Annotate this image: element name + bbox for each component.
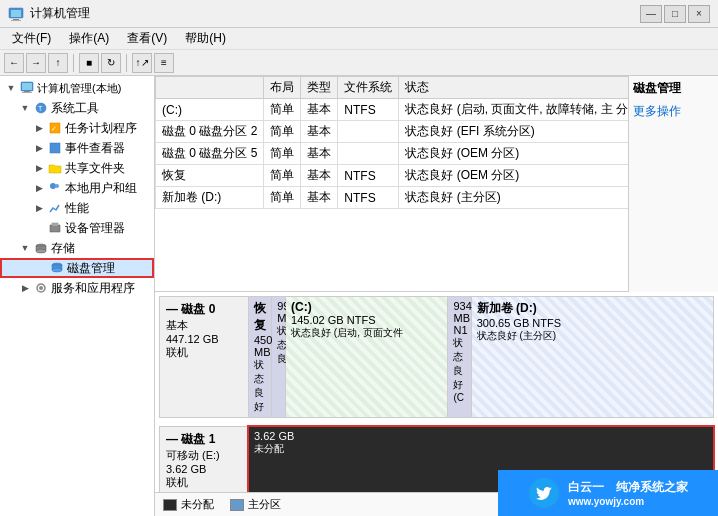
root-expand-icon: ▼	[4, 81, 18, 95]
storage-label: 存储	[51, 240, 75, 257]
task-expand: ▶	[32, 121, 46, 135]
table-cell: NTFS	[338, 165, 399, 187]
table-cell: 状态良好 (EFI 系统分区)	[399, 121, 628, 143]
toolbar-export[interactable]: ↑↗	[132, 53, 152, 73]
part-size: 3.62 GB	[254, 430, 708, 442]
table-cell: 基本	[301, 143, 338, 165]
sidebar-item-disk-management[interactable]: 磁盘管理	[0, 258, 154, 278]
sidebar: ▼ 计算机管理(本地) ▼ T 系统工具 ▶ ✓ 任务计划程序	[0, 76, 155, 516]
action-title: 磁盘管理	[633, 80, 714, 97]
disk-mgmt-label: 磁盘管理	[67, 260, 115, 277]
sidebar-item-services[interactable]: ▶ 服务和应用程序	[0, 278, 154, 298]
table-row[interactable]: 磁盘 0 磁盘分区 5简单基本状态良好 (OEM 分区)934 MB	[156, 143, 629, 165]
col-layout: 布局	[264, 77, 301, 99]
event-expand: ▶	[32, 141, 46, 155]
disk-label-1: — 磁盘 1 可移动 (E:) 3.62 GB 联机	[159, 426, 249, 492]
toolbar-stop[interactable]: ■	[79, 53, 99, 73]
svg-point-14	[55, 184, 59, 188]
sidebar-item-system-tools[interactable]: ▼ T 系统工具	[0, 98, 154, 118]
close-button[interactable]: ×	[688, 5, 710, 23]
table-cell: 基本	[301, 99, 338, 121]
shared-expand: ▶	[32, 161, 46, 175]
table-cell: 新加卷 (D:)	[156, 187, 264, 209]
system-tools-expand: ▼	[18, 101, 32, 115]
maximize-button[interactable]: □	[664, 5, 686, 23]
legend-unalloc-label: 未分配	[181, 497, 214, 512]
disk-status: 联机	[166, 345, 242, 360]
storage-icon	[34, 241, 48, 255]
toolbar-back[interactable]: ←	[4, 53, 24, 73]
legend-primary: 主分区	[230, 497, 281, 512]
sidebar-item-task-scheduler[interactable]: ▶ ✓ 任务计划程序	[0, 118, 154, 138]
toolbar-list[interactable]: ≡	[154, 53, 174, 73]
disk-name: — 磁盘 1	[166, 431, 242, 448]
menu-bar: 文件(F) 操作(A) 查看(V) 帮助(H)	[0, 28, 718, 50]
minimize-button[interactable]: —	[640, 5, 662, 23]
table-cell: 恢复	[156, 165, 264, 187]
table-row[interactable]: (C:)简单基本NTFS状态良好 (启动, 页面文件, 故障转储, 主 分区)1…	[156, 99, 629, 121]
disk-status: 联机	[166, 475, 242, 490]
menu-action[interactable]: 操作(A)	[61, 28, 117, 49]
action-panel: 磁盘管理 更多操作	[628, 76, 718, 292]
partition-0-1[interactable]: 99 ME 状态良	[272, 297, 286, 417]
part-status: 状态良好	[254, 358, 266, 414]
partition-0-3[interactable]: 934 MB N1 状态良好 (C	[448, 297, 471, 417]
part-status: 状态良好 (主分区)	[477, 329, 708, 343]
disk-row-0: — 磁盘 0 基本 447.12 GB 联机 恢复 450 MB 状态良好 99…	[159, 296, 714, 418]
svg-rect-1	[11, 10, 21, 17]
table-cell: 磁盘 0 磁盘分区 2	[156, 121, 264, 143]
right-panel: 布局 类型 文件系统 状态 容量 可用 (C:)简单基本NTFS状态良好 (启动…	[155, 76, 718, 516]
toolbar-up[interactable]: ↑	[48, 53, 68, 73]
table-cell: 简单	[264, 143, 301, 165]
app-icon	[8, 6, 24, 22]
sidebar-item-event-viewer[interactable]: ▶ 事件查看器	[0, 138, 154, 158]
part-status: 状态良好 (启动, 页面文件	[291, 326, 442, 340]
svg-rect-12	[50, 143, 60, 153]
part-status: 状态良好 (C	[453, 336, 465, 403]
disk-table: 布局 类型 文件系统 状态 容量 可用 (C:)简单基本NTFS状态良好 (启动…	[155, 76, 628, 209]
svg-rect-7	[22, 92, 32, 93]
disk-table-area[interactable]: 布局 类型 文件系统 状态 容量 可用 (C:)简单基本NTFS状态良好 (启动…	[155, 76, 628, 292]
table-cell: 基本	[301, 187, 338, 209]
disk-size: 3.62 GB	[166, 463, 242, 475]
svg-point-22	[52, 268, 62, 272]
sidebar-item-storage[interactable]: ▼ 存储	[0, 238, 154, 258]
disk-label-0: — 磁盘 0 基本 447.12 GB 联机	[159, 296, 249, 418]
sidebar-item-shared-folders[interactable]: ▶ 共享文件夹	[0, 158, 154, 178]
more-actions-link[interactable]: 更多操作	[633, 101, 714, 122]
menu-help[interactable]: 帮助(H)	[177, 28, 234, 49]
partition-0-0[interactable]: 恢复 450 MB 状态良好	[249, 297, 272, 417]
col-status: 状态	[399, 77, 628, 99]
main-layout: ▼ 计算机管理(本地) ▼ T 系统工具 ▶ ✓ 任务计划程序	[0, 76, 718, 516]
disk-type: 可移动 (E:)	[166, 448, 242, 463]
partition-0-4[interactable]: 新加卷 (D:) 300.65 GB NTFS 状态良好 (主分区)	[472, 297, 713, 417]
table-row[interactable]: 新加卷 (D:)简单基本NTFS状态良好 (主分区)300.65 GB233.4	[156, 187, 629, 209]
content-row: 布局 类型 文件系统 状态 容量 可用 (C:)简单基本NTFS状态良好 (启动…	[155, 76, 718, 292]
svg-text:T: T	[38, 105, 43, 112]
part-status: 未分配	[254, 442, 708, 456]
table-row[interactable]: 磁盘 0 磁盘分区 2简单基本状态良好 (EFI 系统分区)99 MB99 M	[156, 121, 629, 143]
sidebar-item-performance[interactable]: ▶ 性能	[0, 198, 154, 218]
performance-label: 性能	[65, 200, 89, 217]
tools-icon: T	[34, 101, 48, 115]
perf-expand: ▶	[32, 201, 46, 215]
disk-type: 基本	[166, 318, 242, 333]
menu-view[interactable]: 查看(V)	[119, 28, 175, 49]
storage-expand: ▼	[18, 241, 32, 255]
task-scheduler-label: 任务计划程序	[65, 120, 137, 137]
table-row[interactable]: 恢复简单基本NTFS状态良好 (OEM 分区)450 MB435 !	[156, 165, 629, 187]
svg-rect-5	[22, 83, 32, 90]
sidebar-item-local-users[interactable]: ▶ 本地用户和组	[0, 178, 154, 198]
table-cell: 基本	[301, 165, 338, 187]
part-size: 300.65 GB NTFS	[477, 317, 708, 329]
toolbar-forward[interactable]: →	[26, 53, 46, 73]
sidebar-item-device-manager[interactable]: 设备管理器	[0, 218, 154, 238]
part-name: 恢复	[254, 300, 266, 334]
partition-0-2[interactable]: (C:) 145.02 GB NTFS 状态良好 (启动, 页面文件	[286, 297, 448, 417]
toolbar-refresh[interactable]: ↻	[101, 53, 121, 73]
sidebar-root[interactable]: ▼ 计算机管理(本地)	[0, 78, 154, 98]
menu-file[interactable]: 文件(F)	[4, 28, 59, 49]
shared-folders-label: 共享文件夹	[65, 160, 125, 177]
performance-icon	[48, 201, 62, 215]
part-status: 状态良	[277, 324, 280, 366]
